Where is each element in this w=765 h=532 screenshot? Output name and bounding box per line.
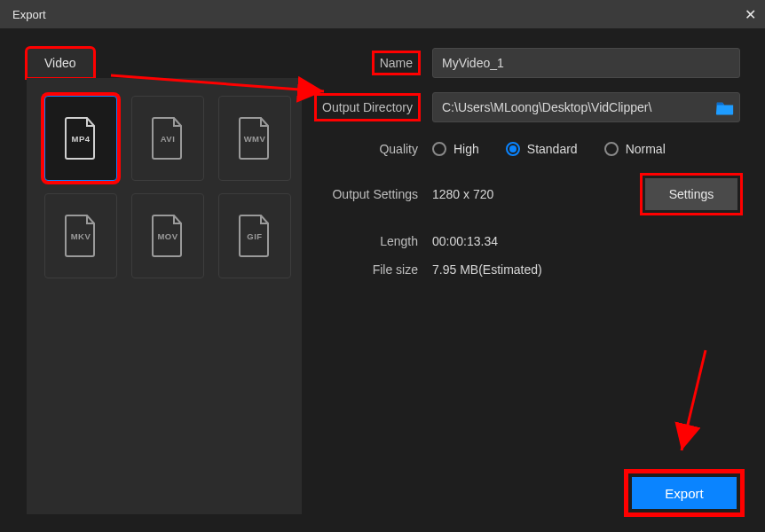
format-label: MP4 — [71, 134, 90, 144]
format-label: MKV — [71, 231, 91, 241]
name-input[interactable] — [432, 48, 740, 78]
radio-standard[interactable]: Standard — [506, 142, 578, 156]
format-mov[interactable]: MOV — [131, 193, 204, 278]
row-length: Length 00:00:13.34 — [312, 234, 740, 248]
output-settings-label: Output Settings — [312, 187, 432, 201]
file-icon: AVI — [149, 116, 186, 160]
row-name: Name — [312, 48, 740, 78]
radio-normal-label: Normal — [626, 142, 666, 156]
file-icon: MOV — [149, 214, 186, 258]
tab-row: Video — [27, 48, 302, 78]
row-output-settings: Output Settings 1280 x 720 Settings — [312, 176, 740, 213]
radio-normal[interactable]: Normal — [604, 142, 666, 156]
row-directory: Output Directory — [312, 92, 740, 122]
directory-wrap — [432, 92, 740, 122]
filesize-value: 7.95 MB(Estimated) — [432, 262, 740, 277]
right-panel: Name Output Directory Quality Hig — [312, 48, 740, 514]
radio-icon — [432, 142, 446, 156]
format-avi[interactable]: AVI — [131, 96, 204, 181]
format-label: GIF — [247, 231, 262, 241]
export-button[interactable]: Export — [632, 477, 737, 509]
radio-standard-label: Standard — [527, 142, 578, 156]
format-wmv[interactable]: WMV — [218, 96, 291, 181]
browse-folder-button[interactable] — [715, 99, 735, 115]
radio-icon — [506, 142, 520, 156]
directory-label: Output Directory — [312, 100, 432, 114]
output-settings-value: 1280 x 720 — [432, 187, 643, 201]
row-quality: Quality High Standard Normal — [312, 142, 740, 156]
file-icon: MP4 — [62, 116, 99, 160]
radio-high[interactable]: High — [432, 142, 479, 156]
settings-button[interactable]: Settings — [645, 178, 737, 210]
file-icon: GIF — [236, 214, 273, 258]
settings-highlight: Settings — [643, 176, 740, 213]
directory-input[interactable] — [432, 92, 740, 122]
filesize-label: File size — [312, 262, 432, 277]
format-gif[interactable]: GIF — [218, 193, 291, 278]
length-label: Length — [312, 234, 432, 248]
format-mp4[interactable]: MP4 — [44, 96, 117, 181]
file-icon: MKV — [62, 214, 99, 258]
window-title: Export — [12, 8, 46, 21]
name-label: Name — [312, 56, 432, 70]
length-value: 00:00:13.34 — [432, 234, 740, 248]
titlebar: Export ✕ — [0, 0, 765, 28]
row-filesize: File size 7.95 MB(Estimated) — [312, 262, 740, 277]
content: Video MP4 AVI — [0, 28, 765, 532]
format-label: AVI — [161, 134, 176, 144]
folder-icon — [715, 99, 735, 115]
radio-high-label: High — [453, 142, 479, 156]
left-panel: Video MP4 AVI — [27, 48, 302, 514]
format-label: WMV — [244, 134, 266, 144]
file-icon: WMV — [236, 116, 273, 160]
radio-icon — [604, 142, 619, 156]
close-icon[interactable]: ✕ — [745, 6, 756, 23]
tab-video-label: Video — [44, 56, 76, 70]
format-mkv[interactable]: MKV — [44, 193, 117, 278]
format-label: MOV — [157, 231, 177, 241]
export-highlight: Export — [628, 473, 740, 512]
format-grid: MP4 AVI WMV MKV — [27, 78, 302, 514]
quality-radios: High Standard Normal — [432, 142, 740, 156]
quality-label: Quality — [312, 142, 432, 156]
tab-video[interactable]: Video — [27, 48, 94, 78]
